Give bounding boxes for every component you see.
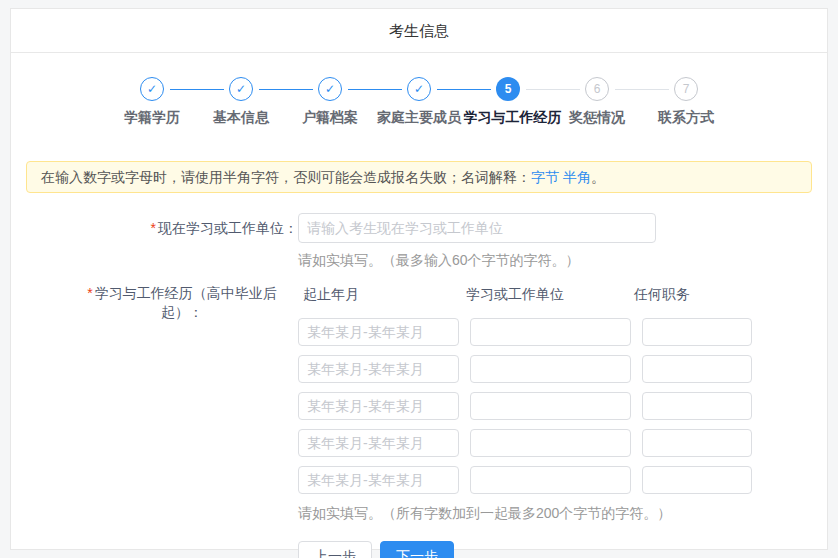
step-label: 户籍档案 xyxy=(286,109,375,127)
required-marker: * xyxy=(87,285,92,301)
column-header-period: 起止年月 xyxy=(298,284,466,304)
check-icon: ✓ xyxy=(318,77,342,101)
position-input-2[interactable] xyxy=(642,355,752,383)
step-number: 6 xyxy=(585,77,609,101)
step-item-3: ✓ 户籍档案 xyxy=(286,77,375,153)
unit-input-4[interactable] xyxy=(470,429,631,457)
step-label: 联系方式 xyxy=(642,109,731,127)
step-item-6: 6 奖惩情况 xyxy=(553,77,642,153)
experience-table-headers: 起止年月 学习或工作单位 任何职务 xyxy=(298,284,752,304)
current-unit-hint: 请如实填写。（最多输入60个字节的字符。） xyxy=(298,250,656,270)
check-icon: ✓ xyxy=(229,77,253,101)
step-item-2: ✓ 基本信息 xyxy=(197,77,286,153)
current-unit-input[interactable] xyxy=(298,213,656,243)
period-input-4[interactable] xyxy=(298,429,459,457)
step-number: 7 xyxy=(674,77,698,101)
unit-input-5[interactable] xyxy=(470,466,631,494)
position-input-1[interactable] xyxy=(642,318,752,346)
page-title: 考生信息 xyxy=(11,9,827,53)
period-input-1[interactable] xyxy=(298,318,459,346)
period-input-5[interactable] xyxy=(298,466,459,494)
notice-text: 在输入数字或字母时，请使用半角字符，否则可能会造成报名失败；名词解释： xyxy=(41,169,531,185)
halfwidth-warning-banner: 在输入数字或字母时，请使用半角字符，否则可能会造成报名失败；名词解释：字节 半角… xyxy=(26,161,812,193)
position-input-5[interactable] xyxy=(642,466,752,494)
step-item-7: 7 联系方式 xyxy=(642,77,731,153)
experience-row-2 xyxy=(298,355,752,383)
previous-step-button[interactable]: 上一步 xyxy=(298,541,372,558)
experience-row-4 xyxy=(298,429,752,457)
notice-suffix: 。 xyxy=(591,169,605,185)
current-unit-label: *现在学习或工作单位： xyxy=(11,213,298,270)
column-header-position: 任何职务 xyxy=(634,284,744,304)
wizard-stepper: ✓ 学籍学历 ✓ 基本信息 ✓ 户籍档案 ✓ 家庭主要成员 5 学习与工作经历 … xyxy=(11,53,827,153)
step-label: 学籍学历 xyxy=(108,109,197,127)
step-label: 奖惩情况 xyxy=(553,109,642,127)
position-input-3[interactable] xyxy=(642,392,752,420)
experience-label: *学习与工作经历（高中毕业后 起）： xyxy=(11,284,298,539)
check-icon: ✓ xyxy=(140,77,164,101)
step-item-1: ✓ 学籍学历 xyxy=(108,77,197,153)
check-icon: ✓ xyxy=(407,77,431,101)
position-input-4[interactable] xyxy=(642,429,752,457)
experience-row-1 xyxy=(298,318,752,346)
step-number: 5 xyxy=(496,77,520,101)
form-actions: 上一步 下一步 xyxy=(298,541,827,558)
required-marker: * xyxy=(151,220,156,236)
period-input-3[interactable] xyxy=(298,392,459,420)
next-step-button[interactable]: 下一步 xyxy=(380,541,454,558)
current-unit-content: 请如实填写。（最多输入60个字节的字符。） xyxy=(298,213,656,270)
step-label: 基本信息 xyxy=(197,109,286,127)
step-item-5-current: 5 学习与工作经历 xyxy=(464,77,553,153)
experience-row-5 xyxy=(298,466,752,494)
experience-section: *学习与工作经历（高中毕业后 起）： 起止年月 学习或工作单位 任何职务 xyxy=(11,284,827,539)
experience-row-3 xyxy=(298,392,752,420)
experience-table: 起止年月 学习或工作单位 任何职务 xyxy=(298,284,752,539)
step-item-4: ✓ 家庭主要成员 xyxy=(375,77,464,153)
unit-input-3[interactable] xyxy=(470,392,631,420)
candidate-form: *现在学习或工作单位： 请如实填写。（最多输入60个字节的字符。） *学习与工作… xyxy=(11,213,827,558)
column-header-unit: 学习或工作单位 xyxy=(466,284,634,304)
glossary-link-halfwidth[interactable]: 半角 xyxy=(563,169,591,185)
step-label: 家庭主要成员 xyxy=(375,109,464,127)
unit-input-2[interactable] xyxy=(470,355,631,383)
candidate-info-card: 考生信息 ✓ 学籍学历 ✓ 基本信息 ✓ 户籍档案 ✓ 家庭主要成员 5 学习与… xyxy=(10,8,828,550)
period-input-2[interactable] xyxy=(298,355,459,383)
experience-hint: 请如实填写。（所有字数加到一起最多200个字节的字符。） xyxy=(298,503,752,523)
unit-input-1[interactable] xyxy=(470,318,631,346)
current-unit-row: *现在学习或工作单位： 请如实填写。（最多输入60个字节的字符。） xyxy=(11,213,827,270)
step-label: 学习与工作经历 xyxy=(464,109,553,127)
glossary-link-byte[interactable]: 字节 xyxy=(531,169,559,185)
